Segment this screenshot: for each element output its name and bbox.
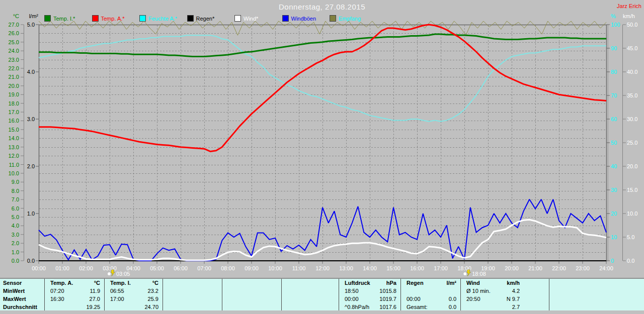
temp-axis-tick-label: 24.0 bbox=[9, 48, 19, 54]
table-row: 2.7 bbox=[461, 303, 549, 311]
table-column-unit: °C bbox=[152, 279, 163, 287]
rain-axis: 0.01.02.03.04.05.0 bbox=[27, 22, 39, 264]
wind-axis-tick-label: 20.0 bbox=[627, 163, 637, 169]
table-row bbox=[282, 303, 339, 311]
table-cell-time bbox=[45, 303, 50, 311]
x-axis-tick-label: 11:00 bbox=[292, 265, 306, 271]
table-header-row: Windkm/h bbox=[461, 279, 549, 287]
table-header-row: LuftdruckhPa bbox=[339, 279, 400, 287]
table-cell-time: 20:50 bbox=[461, 295, 480, 303]
x-axis-tick-label: 16:00 bbox=[410, 265, 424, 271]
temp-axis-tick-label: 21.0 bbox=[9, 74, 19, 80]
table-row: 20:50N 9.7 bbox=[461, 295, 549, 303]
x-axis: 00:0001:0002:0003:0004:0005:0006:0007:00… bbox=[32, 261, 613, 271]
table-header-row: Temp. A.°C bbox=[45, 279, 104, 287]
wind-axis: 0.05.010.015.020.025.030.035.040.045.050… bbox=[623, 22, 638, 264]
table-cell-value bbox=[640, 295, 644, 303]
wswin-window: Donnerstag, 27.08.2015 Jarz Erich °C l/m… bbox=[0, 0, 644, 314]
table-cell-time bbox=[222, 295, 228, 303]
table-column-unit: °C bbox=[94, 279, 104, 287]
temp-axis-tick-label: 27.0 bbox=[9, 22, 19, 28]
table-cell-value bbox=[335, 303, 339, 311]
table-row bbox=[549, 295, 644, 303]
weather-chart: 0.01.02.03.04.05.06.07.08.09.010.011.012… bbox=[0, 0, 644, 278]
rain-axis-tick-label: 1.0 bbox=[27, 211, 35, 217]
table-row-labels-column: SensorMinWertMaxWertDurchschnitt bbox=[0, 279, 44, 310]
table-cell-time: 00:00 bbox=[401, 295, 421, 303]
table-row: 17:0025.9 bbox=[105, 295, 163, 303]
humidity-axis-tick-label: 80 bbox=[611, 69, 617, 75]
table-column-name: Wind bbox=[461, 279, 480, 287]
wind-axis-tick-label: 5.0 bbox=[627, 234, 634, 240]
table-cell-time bbox=[282, 303, 287, 311]
table-cell-value: 2.7 bbox=[512, 303, 549, 311]
temp-axis-tick-label: 12.0 bbox=[9, 153, 19, 159]
table-column-name bbox=[222, 279, 228, 287]
table-row: 00:001019.7 bbox=[339, 295, 400, 303]
table-cell-time bbox=[549, 295, 555, 303]
humidity-axis-tick-label: 90 bbox=[611, 45, 617, 51]
temp-axis-tick-label: 3.0 bbox=[12, 232, 19, 238]
temp-axis-tick-label: 17.0 bbox=[9, 109, 19, 115]
x-axis-tick-label: 15:00 bbox=[386, 265, 400, 271]
table-row-label: MaxWert bbox=[0, 295, 44, 303]
x-axis-tick-label: 03:00 bbox=[103, 265, 117, 271]
table-column-name bbox=[163, 279, 169, 287]
table-cell-time: Ø 10 min. bbox=[461, 287, 491, 295]
table-row bbox=[222, 295, 281, 303]
table-cell-time bbox=[222, 287, 228, 295]
table-header-row: Regenl/m² bbox=[401, 279, 460, 287]
table-cell-time bbox=[282, 295, 287, 303]
x-axis-tick-label: 07:00 bbox=[197, 265, 211, 271]
x-axis-tick-label: 02:00 bbox=[79, 265, 93, 271]
table-cell-time bbox=[163, 295, 169, 303]
table-column-unit: km/h bbox=[507, 279, 549, 287]
table-row bbox=[222, 287, 281, 295]
table-column-unit: hPa bbox=[386, 279, 400, 287]
table-cell-value bbox=[335, 287, 339, 295]
table-cell-value: 24.70 bbox=[144, 303, 163, 311]
table-column-unit bbox=[277, 279, 281, 287]
table-cell-value: N 9.7 bbox=[507, 295, 549, 303]
temp-axis-tick-label: 8.0 bbox=[12, 188, 19, 194]
x-axis-tick-label: 13:00 bbox=[339, 265, 353, 271]
table-column-unit bbox=[640, 279, 644, 287]
temp-axis-tick-label: 10.0 bbox=[9, 170, 19, 176]
x-axis-tick-label: 20:00 bbox=[505, 265, 519, 271]
table-cell-value: 1015.8 bbox=[379, 287, 400, 295]
x-axis-tick-label: 05:00 bbox=[150, 265, 164, 271]
table-header-row bbox=[549, 279, 644, 287]
table-cell-time bbox=[461, 303, 466, 311]
table-cell-value: 25.9 bbox=[148, 295, 163, 303]
table-row: 16:3027.0 bbox=[45, 295, 104, 303]
wind-axis-tick-label: 50.0 bbox=[627, 22, 637, 28]
table-row bbox=[401, 287, 460, 295]
table-cell-time: 06:55 bbox=[105, 287, 124, 295]
table-row-label: Durchschnitt bbox=[0, 303, 44, 311]
temp-axis-tick-label: 0.0 bbox=[12, 258, 19, 264]
series-feuchte-a- bbox=[39, 35, 606, 122]
x-axis-tick-label: 14:00 bbox=[363, 265, 377, 271]
table-cell-value: 27.0 bbox=[90, 295, 104, 303]
x-axis-tick-label: 17:00 bbox=[434, 265, 448, 271]
table-column-unit bbox=[218, 279, 222, 287]
temp-axis-tick-label: 11.0 bbox=[9, 162, 19, 168]
table-cell-value bbox=[218, 295, 222, 303]
table-cell-value bbox=[218, 303, 222, 311]
temp-axis-tick-label: 18.0 bbox=[9, 100, 19, 107]
x-axis-tick-label: 08:00 bbox=[221, 265, 235, 271]
wind-axis-tick-label: 25.0 bbox=[627, 140, 637, 146]
table-cell-time: 00:00 bbox=[339, 295, 359, 303]
table-row bbox=[549, 287, 644, 295]
table-row bbox=[549, 303, 644, 311]
table-cell-value bbox=[640, 287, 644, 295]
table-column-unit: l/m² bbox=[446, 279, 460, 287]
table-cell-value: 1017.6 bbox=[379, 303, 400, 311]
table-cell-value: 0.0 bbox=[449, 295, 460, 303]
marker-time-label: 18:08 bbox=[472, 271, 486, 277]
table-cell-value bbox=[277, 303, 281, 311]
temp-axis-tick-label: 2.0 bbox=[12, 240, 19, 246]
table-cell-time: Gesamt: bbox=[401, 303, 428, 311]
table-column-name: Luftdruck bbox=[339, 279, 370, 287]
humidity-axis-tick-label: 100 bbox=[611, 22, 620, 28]
